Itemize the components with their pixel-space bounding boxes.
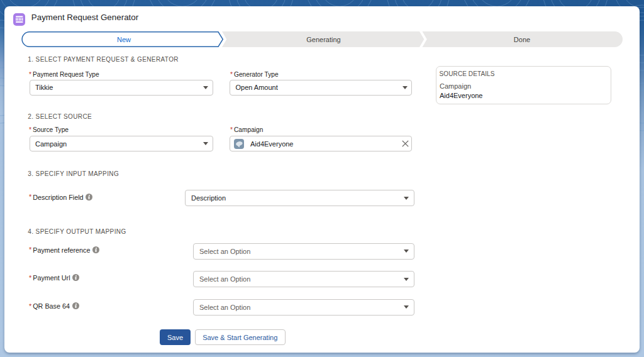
svg-text:Done: Done [514,36,530,43]
svg-text:New: New [117,36,131,43]
svg-text:Generating: Generating [306,36,340,43]
